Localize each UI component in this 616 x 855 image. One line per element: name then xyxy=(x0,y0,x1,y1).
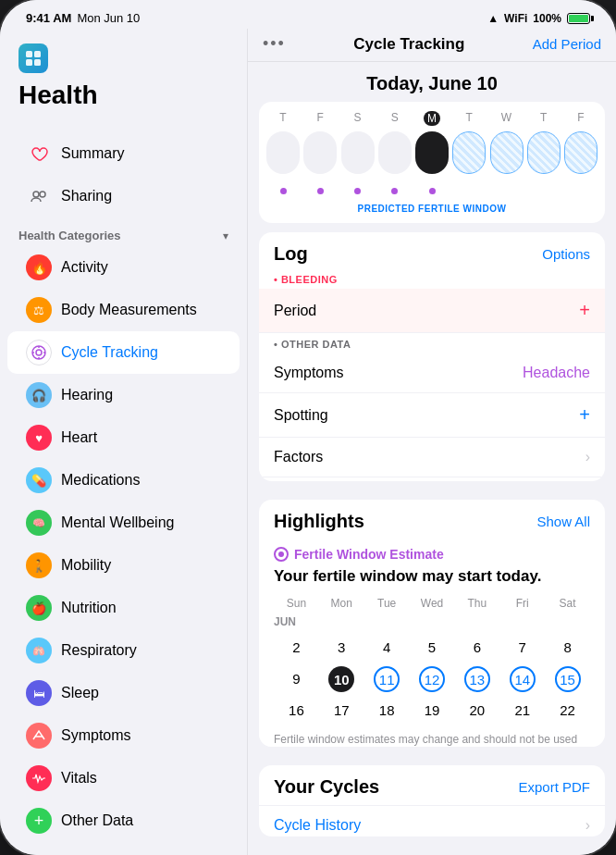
log-row-factors[interactable]: Factors › xyxy=(259,438,605,477)
cycles-header: Your Cycles Export PDF xyxy=(259,765,605,798)
sidebar-item-vitals-label: Vitals xyxy=(61,770,97,787)
day-circle-6[interactable] xyxy=(490,131,524,174)
day-circle-5[interactable] xyxy=(452,131,486,174)
mini-cal-cell-2: 2 xyxy=(274,634,319,662)
options-button[interactable]: Options xyxy=(542,246,590,262)
sidebar-item-nutrition[interactable]: 🍎 Nutrition xyxy=(7,587,240,629)
log-row-symptoms[interactable]: Symptoms Headache xyxy=(259,353,605,393)
dot-2 xyxy=(341,181,375,198)
sidebar-title: Health xyxy=(18,81,228,110)
sidebar-item-respiratory[interactable]: 🫁 Respiratory xyxy=(7,629,240,672)
battery-fill xyxy=(569,15,588,22)
sidebar-item-heart[interactable]: ♥ Heart xyxy=(7,416,240,459)
sidebar-item-cycle[interactable]: Cycle Tracking xyxy=(7,331,240,374)
fertile-badge-dot xyxy=(274,547,289,562)
period-label: Period xyxy=(274,303,316,319)
sidebar-item-hearing[interactable]: 🎧 Hearing xyxy=(7,374,240,416)
mini-cal-cell-17: 17 xyxy=(319,697,364,725)
day-circle-8[interactable] xyxy=(564,131,598,174)
respiratory-icon: 🫁 xyxy=(26,638,52,663)
sidebar-item-mental[interactable]: 🧠 Mental Wellbeing xyxy=(7,502,240,544)
sidebar-item-sleep[interactable]: 🛏 Sleep xyxy=(7,672,240,714)
dot-1 xyxy=(303,181,337,198)
sidebar-item-meds-label: Medications xyxy=(61,472,140,489)
period-add-icon: + xyxy=(579,300,590,321)
mini-cal-wed: Wed xyxy=(410,597,455,610)
mini-cal-cell-12: 12 xyxy=(419,666,445,692)
sidebar-item-heart-label: Heart xyxy=(61,429,97,446)
sidebar-item-vitals[interactable]: Vitals xyxy=(7,757,240,799)
day-label-8: F xyxy=(564,111,598,126)
sidebar-item-other[interactable]: + Other Data xyxy=(7,799,240,842)
mini-cal-cell-14-wrap: 14 xyxy=(499,665,545,693)
your-cycles-section: Your Cycles Export PDF Cycle History › xyxy=(259,765,605,836)
categories-chevron: ▾ xyxy=(223,229,228,242)
mini-cal-fri: Fri xyxy=(499,597,545,610)
mini-cal-cell-15: 15 xyxy=(555,666,581,692)
mini-cal-month: JUN xyxy=(274,615,590,628)
sidebar-item-summary[interactable]: Summary xyxy=(7,132,240,175)
svg-point-13 xyxy=(278,551,284,557)
hearing-icon: 🎧 xyxy=(26,382,52,408)
symptoms-value: Headache xyxy=(523,365,590,381)
mini-cal-cell-11-wrap: 11 xyxy=(364,665,410,693)
cycle-icon xyxy=(26,340,52,366)
sleep-icon: 🛏 xyxy=(26,680,52,706)
status-date: Mon Jun 10 xyxy=(77,11,140,25)
svg-point-4 xyxy=(33,192,39,197)
date-title: Today, June 10 xyxy=(263,73,601,94)
dot-0 xyxy=(266,181,300,198)
svg-rect-1 xyxy=(34,51,41,57)
health-categories-section[interactable]: Health Categories ▾ xyxy=(0,217,247,246)
sidebar-item-body[interactable]: ⚖ Body Measurements xyxy=(7,289,240,331)
health-records-section[interactable]: Health Records ▾ xyxy=(0,842,247,855)
log-title: Log xyxy=(274,243,308,265)
mini-cal-row-3: 16 17 18 19 20 21 22 xyxy=(274,697,590,725)
factors-label: Factors xyxy=(274,449,323,465)
sidebar-item-nutrition-label: Nutrition xyxy=(61,600,117,616)
log-header: Log Options xyxy=(259,232,605,268)
sidebar-item-respiratory-label: Respiratory xyxy=(61,642,137,659)
add-period-button[interactable]: Add Period xyxy=(533,36,601,52)
sidebar-item-meds[interactable]: 💊 Medications xyxy=(7,459,240,502)
day-circle-1[interactable] xyxy=(303,131,337,174)
show-all-button[interactable]: Show All xyxy=(536,514,590,529)
day-circle-today[interactable] xyxy=(415,131,449,174)
mini-cal-cell-7: 7 xyxy=(499,634,545,662)
sidebar-item-activity[interactable]: 🔥 Activity xyxy=(7,246,240,289)
log-row-period[interactable]: Period + xyxy=(259,289,605,333)
mini-cal-cell-18: 18 xyxy=(364,697,410,725)
status-left: 9:41 AM Mon Jun 10 xyxy=(26,11,140,25)
wifi-icon: WiFi xyxy=(504,12,527,25)
sidebar-item-mobility[interactable]: 🚶 Mobility xyxy=(7,544,240,587)
fertile-label: PREDICTED FERTILE WINDOW xyxy=(266,204,598,214)
symptoms-icon xyxy=(26,723,52,749)
sidebar-item-symptoms-label: Symptoms xyxy=(61,727,131,744)
signal-icon: ▲ xyxy=(487,12,499,25)
day-circle-2[interactable] xyxy=(341,131,375,174)
highlights-header: Highlights Show All xyxy=(259,500,605,536)
cycles-history-row[interactable]: Cycle History › xyxy=(259,805,605,836)
cycle-history-chevron: › xyxy=(585,817,590,834)
sidebar-item-symptoms[interactable]: Symptoms xyxy=(7,714,240,757)
sharing-icon xyxy=(26,183,52,209)
summary-icon xyxy=(26,141,52,167)
mini-cal-cell-3: 3 xyxy=(319,634,364,662)
sidebar-item-summary-label: Summary xyxy=(61,145,124,162)
dot-4 xyxy=(415,181,449,198)
body-icon: ⚖ xyxy=(26,297,52,323)
sidebar-item-sharing-label: Sharing xyxy=(61,188,112,204)
day-circle-0[interactable] xyxy=(266,131,300,174)
mini-cal-row-1: 2 3 4 5 6 7 8 xyxy=(274,634,590,662)
sidebar-header: Health xyxy=(0,36,247,132)
export-pdf-button[interactable]: Export PDF xyxy=(518,779,590,795)
dot-5 xyxy=(452,181,486,198)
log-row-spotting[interactable]: Spotting + xyxy=(259,393,605,438)
mini-cal-cell-20: 20 xyxy=(454,697,499,725)
calendar-strip: T F S S M T W T F xyxy=(259,102,605,223)
bleeding-label: • BLEEDING xyxy=(259,268,605,289)
day-circle-3[interactable] xyxy=(378,131,412,174)
sidebar-item-sharing[interactable]: Sharing xyxy=(7,175,240,217)
day-circle-7[interactable] xyxy=(527,131,561,174)
app-icon xyxy=(18,43,48,73)
